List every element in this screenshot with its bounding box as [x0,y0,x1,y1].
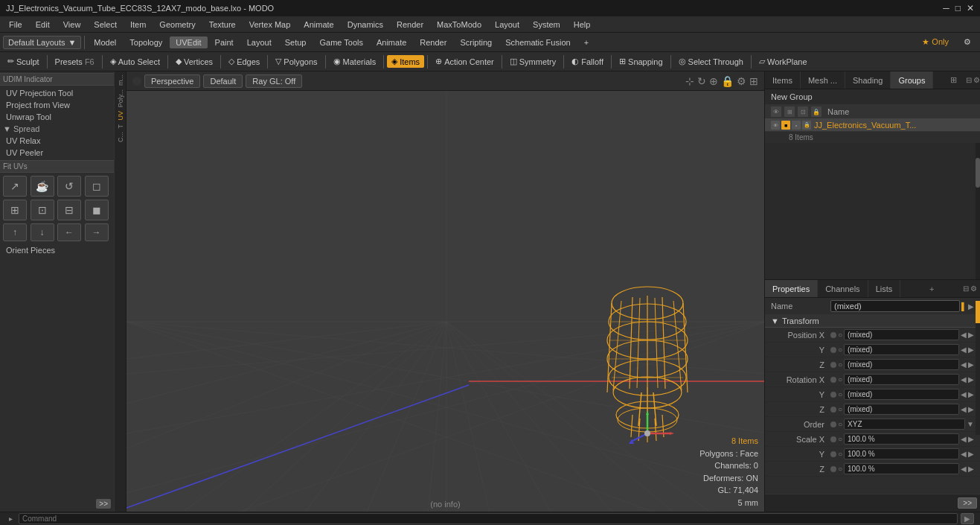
tab-paint[interactable]: Paint [209,36,240,48]
viewport-icon-search[interactable]: ⊕ [709,75,718,87]
menu-animate[interactable]: Animate [298,19,339,31]
gear-settings[interactable]: ⚙ [958,36,977,48]
menu-select[interactable]: Select [88,19,123,31]
position-y-right[interactable]: ▶ [968,346,974,354]
props-settings-icon[interactable]: ⚙ [970,284,977,293]
bottom-arrow[interactable]: ▸ [6,515,16,523]
menu-dynamics[interactable]: Dynamics [342,19,389,31]
scale-z-circle[interactable]: ○ [838,465,842,473]
tab-model[interactable]: Model [88,36,122,48]
select-through-button[interactable]: ◎ Select Through [674,55,748,68]
rotation-x-circle[interactable]: ○ [838,375,842,384]
arrow-up[interactable]: ↑ [3,223,27,241]
order-dot[interactable] [830,421,836,427]
new-group-bar[interactable]: New Group [765,89,980,105]
snapping-button[interactable]: ⊞ Snapping [615,55,667,68]
position-y-dot[interactable] [830,347,836,353]
tab-uvedit[interactable]: UVEdit [170,36,207,48]
position-x-input[interactable] [844,329,959,340]
position-y-input[interactable] [844,344,959,355]
uv-projection-tool[interactable]: UV Projection Tool [0,87,114,99]
tool-btn-4[interactable]: ◻ [85,176,109,197]
spread-group[interactable]: ▼ Spread [0,123,114,135]
falloff-button[interactable]: ◐ Falloff [567,55,608,68]
position-z-circle[interactable]: ○ [838,360,842,369]
tool-btn-2[interactable]: ☕ [31,176,54,197]
tab-layout[interactable]: Layout [241,36,278,48]
project-from-view[interactable]: Project from View [0,99,114,111]
arrow-right[interactable]: → [85,223,109,241]
menu-edit[interactable]: Edit [30,19,56,31]
menu-help[interactable]: Help [568,19,597,31]
position-z-left[interactable]: ◀ [961,360,967,369]
order-circle[interactable]: ○ [838,420,842,428]
tab-channels[interactable]: Channels [818,280,868,297]
item-icon-dot[interactable]: • [792,121,801,130]
panel-icon-settings[interactable]: ⚙ [973,76,980,84]
rotation-y-left[interactable]: ◀ [961,390,967,398]
rotation-y-input[interactable] [844,389,959,400]
star-only[interactable]: ★ Only [916,36,955,48]
scale-x-right[interactable]: ▶ [968,435,974,443]
list-icon-4[interactable]: 🔒 [811,106,822,117]
scale-x-input[interactable] [844,433,959,445]
edges-button[interactable]: ◇ Edges [224,55,264,68]
tab-gametools[interactable]: Game Tools [313,36,369,48]
order-chevron[interactable]: ▼ [967,420,974,428]
tab-add[interactable]: + [578,36,595,48]
unwrap-tool[interactable]: Unwrap Tool [0,111,114,123]
item-icon-box[interactable]: ■ [781,121,790,130]
position-x-right[interactable]: ▶ [968,331,974,339]
layout-dropdown[interactable]: Default Layouts ▼ [3,36,81,49]
tab-lists[interactable]: Lists [868,280,901,297]
menu-layout[interactable]: Layout [489,19,525,31]
scale-y-dot[interactable] [830,451,836,457]
viewport-icon-settings[interactable]: ⚙ [737,75,746,87]
item-icon-lock[interactable]: 🔒 [802,121,811,130]
run-button[interactable]: ▶ [961,513,974,524]
rotation-z-left[interactable]: ◀ [961,405,967,413]
viewport-icon-camera[interactable]: ⊹ [685,75,694,87]
rotation-x-dot[interactable] [830,377,836,383]
viewport-tab-raygl[interactable]: Ray GL: Off [246,74,302,88]
side-label-uv[interactable]: UV [115,109,126,122]
expand-button[interactable]: >> [96,499,111,509]
tool-btn-7[interactable]: ⊟ [57,200,81,220]
scrollbar[interactable] [976,143,980,279]
position-y-left[interactable]: ◀ [961,346,967,354]
item-icon-eye[interactable]: 👁 [771,121,780,130]
order-select[interactable]: XYZ XZY YXZ [844,419,965,430]
viewport-canvas[interactable]: x y z 8 Items Polygons : Face Channels: … [126,91,764,512]
rotation-y-circle[interactable]: ○ [838,390,842,398]
menu-system[interactable]: System [527,19,566,31]
position-y-circle[interactable]: ○ [838,346,842,354]
menu-view[interactable]: View [57,19,87,31]
close-button[interactable]: ✕ [967,3,974,13]
uv-relax[interactable]: UV Relax [0,135,114,147]
viewport-menu-icon[interactable] [132,77,141,86]
menu-maxtomod[interactable]: MaxToModo [431,19,487,31]
side-label-3[interactable]: T [115,123,126,130]
scale-x-dot[interactable] [830,436,836,442]
tool-btn-6[interactable]: ⊡ [31,200,54,220]
tab-schematic[interactable]: Schematic Fusion [499,36,576,48]
uv-peeler[interactable]: UV Peeler [0,147,114,159]
tab-shading[interactable]: Shading [845,71,891,89]
tab-properties[interactable]: Properties [765,280,818,297]
items-button[interactable]: ◈ Items [387,55,424,68]
position-x-dot[interactable] [830,332,836,338]
command-input[interactable] [19,513,958,524]
tab-items[interactable]: Items [765,71,801,89]
action-center-button[interactable]: ⊕ Action Center [431,55,499,68]
name-expand[interactable]: ▶ [968,302,974,311]
rotation-z-dot[interactable] [830,407,836,413]
scale-x-left[interactable]: ◀ [961,435,967,443]
tab-mesh[interactable]: Mesh ... [801,71,845,89]
position-x-left[interactable]: ◀ [961,331,967,339]
tab-topology[interactable]: Topology [124,36,168,48]
sculpt-tool[interactable]: ✏ Sculpt [3,55,44,68]
maximize-button[interactable]: □ [955,3,961,13]
tool-btn-1[interactable]: ↗ [3,176,27,197]
position-x-circle[interactable]: ○ [838,331,842,339]
scale-z-dot[interactable] [830,466,836,472]
